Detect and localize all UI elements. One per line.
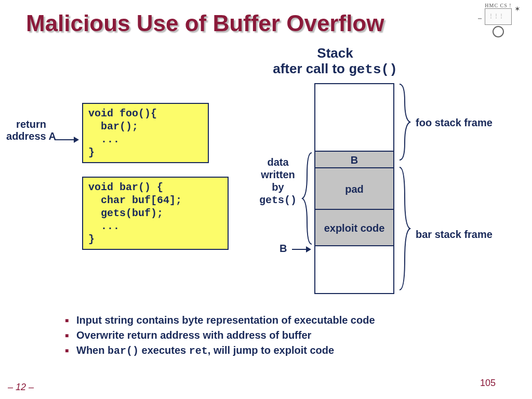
stack-title: Stack after call to gets(): [249, 46, 421, 78]
stack-cell-pad: pad: [315, 167, 393, 210]
stack-cell-exploit: exploit code: [315, 209, 393, 246]
bullet-3: When bar() executes ret, will jump to ex…: [65, 344, 375, 357]
page-number-left: – 12 –: [8, 382, 34, 393]
stack-title-line2b: gets(): [349, 62, 397, 77]
logo-wheel-icon: [493, 26, 504, 37]
logo-robot: HMC CS ! ⋮⋮⋮ ✶ ⎯: [472, 3, 524, 47]
data-label-4: gets(): [259, 194, 297, 206]
data-label-1: data: [267, 156, 288, 168]
code-block-foo: void foo(){ bar(); ... }: [82, 103, 209, 163]
return-arrow-icon: [55, 139, 78, 140]
logo-body-icon: ⋮⋮⋮ ✶ ⎯: [485, 8, 512, 25]
stack-title-line2a: after call to: [273, 61, 349, 76]
brace-foo-icon: [397, 83, 412, 161]
stack-cell-b: B: [315, 151, 393, 168]
bullet-2: Overwrite return address with address of…: [65, 329, 375, 341]
stack-title-line1: Stack: [317, 45, 353, 61]
b-arrow-label: B: [280, 243, 287, 255]
slide-title: Malicious Use of Buffer Overflow: [26, 10, 384, 36]
data-label-3: by: [272, 181, 284, 193]
stack-diagram: B pad exploit code: [314, 83, 394, 294]
bullet-1: Input string contains byte representatio…: [65, 314, 375, 326]
stack-cell-blank: [315, 245, 393, 293]
code-block-bar: void bar() { char buf[64]; gets(buf); ..…: [82, 177, 229, 250]
return-address-label: return address A: [5, 118, 57, 142]
data-label-2: written: [261, 169, 295, 180]
b-arrow-icon: [292, 249, 310, 250]
brace-bar-icon: [397, 166, 412, 291]
page-number-right: 105: [480, 378, 496, 389]
data-written-label: data written by gets(): [249, 156, 307, 207]
bar-frame-label: bar stack frame: [416, 229, 493, 241]
foo-frame-label: foo stack frame: [416, 117, 493, 129]
bullet-list: Input string contains byte representatio…: [44, 314, 375, 360]
